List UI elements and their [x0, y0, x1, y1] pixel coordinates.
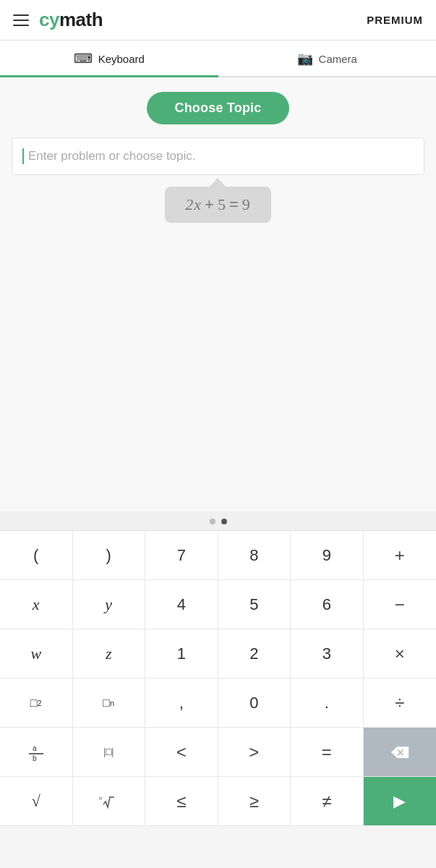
fraction-icon: a b — [26, 742, 46, 762]
key-4[interactable]: 4 — [145, 580, 218, 629]
dot-2 — [221, 519, 227, 524]
key-7[interactable]: 7 — [145, 531, 218, 580]
text-cursor — [22, 148, 24, 164]
key-less-than[interactable]: < — [145, 728, 218, 777]
tab-keyboard[interactable]: ⌨ Keyboard — [0, 41, 218, 77]
key-absolute-value[interactable]: |□| — [73, 728, 146, 777]
hamburger-menu[interactable] — [13, 14, 29, 26]
svg-text:a: a — [33, 744, 37, 752]
key-go[interactable]: ▶ — [364, 777, 437, 826]
svg-text:n: n — [99, 795, 102, 801]
nth-root-icon: n — [98, 791, 119, 812]
camera-icon: 📷 — [297, 51, 313, 67]
keyboard-grid: ( ) 7 8 9 + x y 4 5 6 − w z 1 2 3 × □2 □… — [0, 531, 436, 826]
key-8[interactable]: 8 — [218, 531, 291, 580]
key-2[interactable]: 2 — [218, 629, 291, 678]
key-1[interactable]: 1 — [145, 629, 218, 678]
key-power[interactable]: □n — [73, 678, 146, 728]
key-open-paren[interactable]: ( — [0, 531, 73, 580]
app-logo: cymath — [39, 9, 103, 31]
key-close-paren[interactable]: ) — [73, 531, 146, 580]
key-divide[interactable]: ÷ — [364, 678, 437, 728]
problem-input[interactable]: Enter problem or choose topic. — [12, 137, 424, 175]
main-content: Choose Topic Enter problem or choose top… — [0, 77, 436, 511]
key-9[interactable]: 9 — [291, 531, 364, 580]
key-0[interactable]: 0 — [218, 678, 291, 728]
key-5[interactable]: 5 — [218, 580, 291, 629]
example-tooltip: 2x+5=9 — [165, 187, 270, 223]
choose-topic-button[interactable]: Choose Topic — [147, 92, 288, 124]
key-y[interactable]: y — [73, 580, 146, 629]
tab-camera[interactable]: 📷 Camera — [218, 41, 437, 77]
key-minus[interactable]: − — [364, 580, 437, 629]
key-sqrt[interactable]: √ — [0, 777, 73, 826]
key-nth-root[interactable]: n — [73, 777, 146, 826]
pagination-dots — [0, 511, 436, 530]
keyboard-icon: ⌨ — [74, 51, 93, 67]
example-math-expression: 2x+5=9 — [185, 195, 250, 213]
key-w[interactable]: w — [0, 629, 73, 678]
key-fraction[interactable]: a b — [0, 728, 73, 777]
key-less-equal[interactable]: ≤ — [145, 777, 218, 826]
key-3[interactable]: 3 — [291, 629, 364, 678]
logo-math: math — [59, 9, 103, 30]
key-square[interactable]: □2 — [0, 678, 73, 728]
input-placeholder: Enter problem or choose topic. — [28, 149, 196, 163]
key-greater-than[interactable]: > — [218, 728, 291, 777]
key-comma[interactable]: , — [145, 678, 218, 728]
tab-camera-label: Camera — [319, 53, 357, 65]
key-equals[interactable]: = — [291, 728, 364, 777]
key-backspace[interactable] — [364, 728, 437, 777]
logo-cy: cy — [39, 9, 59, 30]
key-not-equal[interactable]: ≠ — [291, 777, 364, 826]
backspace-icon — [390, 745, 410, 760]
tab-keyboard-label: Keyboard — [98, 53, 145, 65]
header-left: cymath — [13, 9, 103, 31]
key-greater-equal[interactable]: ≥ — [218, 777, 291, 826]
app-header: cymath PREMIUM — [0, 0, 436, 41]
svg-text:b: b — [33, 754, 37, 762]
dot-1 — [210, 519, 215, 524]
key-6[interactable]: 6 — [291, 580, 364, 629]
math-keyboard: ( ) 7 8 9 + x y 4 5 6 − w z 1 2 3 × □2 □… — [0, 530, 436, 826]
key-decimal[interactable]: . — [291, 678, 364, 728]
key-z[interactable]: z — [73, 629, 146, 678]
key-multiply[interactable]: × — [364, 629, 437, 678]
key-x[interactable]: x — [0, 580, 73, 629]
premium-badge: PREMIUM — [367, 14, 423, 26]
tab-bar: ⌨ Keyboard 📷 Camera — [0, 41, 436, 77]
key-plus[interactable]: + — [364, 531, 437, 580]
